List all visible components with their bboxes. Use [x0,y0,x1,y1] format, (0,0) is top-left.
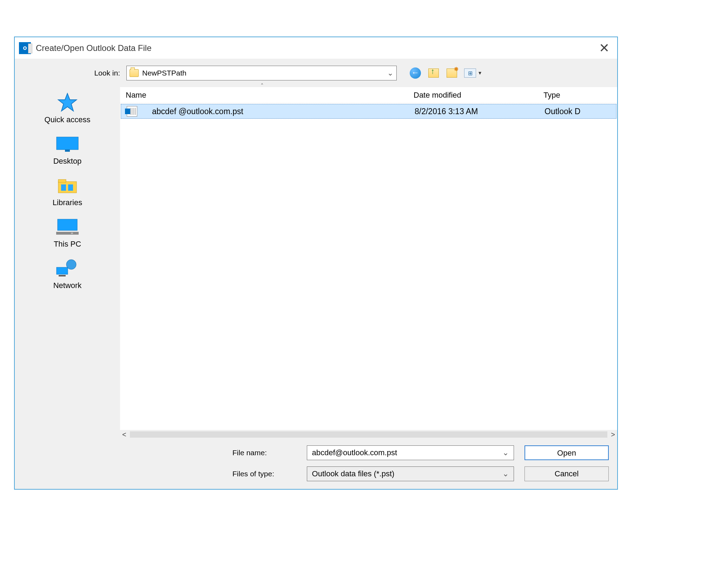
file-date-cell: 8/2/2016 3:13 AM [415,107,545,116]
nav-icons: ← ⊞ [409,67,476,79]
col-name[interactable]: Name [126,91,414,100]
desktop-icon [55,134,80,154]
svg-rect-11 [57,267,68,274]
nav-views-button[interactable]: ⊞ [464,67,476,79]
cancel-button[interactable]: Cancel [525,466,609,481]
col-type[interactable]: Type [543,91,617,100]
files-of-type-label: Files of type: [232,470,296,478]
svg-rect-2 [65,150,70,152]
open-file-dialog: o Create/Open Outlook Data File ✕ Look i… [14,37,618,490]
outlook-app-icon: o [19,42,31,54]
lookin-label: Look in: [78,69,120,77]
file-name-label: File name: [232,449,296,457]
places-label: Libraries [53,198,82,207]
libraries-icon [55,176,80,195]
places-label: Quick access [45,115,91,124]
dialog-body: Quick access Desktop Libraries This PC [15,87,617,489]
svg-rect-12 [59,275,66,276]
svg-rect-5 [61,184,66,191]
places-libraries[interactable]: Libraries [15,176,120,207]
file-row[interactable]: abcdef @outlook.com.pst 8/2/2016 3:13 AM… [121,104,616,119]
file-panel: ˄ Name Date modified Type abcdef @outloo… [120,87,617,489]
places-desktop[interactable]: Desktop [15,134,120,166]
scroll-right-icon[interactable]: > [611,431,615,439]
open-button[interactable]: Open [525,445,609,460]
svg-rect-1 [57,137,78,150]
scroll-track[interactable] [130,431,608,438]
svg-marker-0 [58,93,77,111]
files-of-type-value: Outlook data files (*.pst) [312,469,395,478]
svg-rect-6 [68,184,73,191]
file-name-combo[interactable]: abcdef@outlook.com.pst ⌄ [307,445,514,460]
nav-up-button[interactable] [428,67,440,79]
lookin-value: NewPSTPath [142,69,186,77]
nav-new-folder-button[interactable] [446,67,458,79]
files-of-type-combo[interactable]: Outlook data files (*.pst) ⌄ [307,466,514,481]
places-this-pc[interactable]: This PC [15,217,120,249]
svg-rect-3 [58,182,77,193]
titlebar: o Create/Open Outlook Data File ✕ [15,37,617,59]
svg-rect-4 [58,179,66,182]
places-label: Network [53,281,82,290]
lookin-row: Look in: NewPSTPath ⌄ ← ⊞ [15,59,617,87]
svg-rect-8 [56,232,79,235]
chevron-down-icon: ⌄ [502,448,509,457]
nav-back-button[interactable]: ← [409,67,421,79]
file-list-body[interactable]: abcdef @outlook.com.pst 8/2/2016 3:13 AM… [120,103,617,430]
file-name-cell: abcdef @outlook.com.pst [142,107,243,116]
places-label: Desktop [53,157,82,166]
places-bar: Quick access Desktop Libraries This PC [15,87,120,489]
places-network[interactable]: Network [15,259,120,290]
places-label: This PC [54,240,81,249]
svg-rect-7 [58,219,77,230]
folder-icon [130,69,139,77]
chevron-down-icon: ⌄ [502,469,509,478]
dialog-title: Create/Open Outlook Data File [36,43,591,53]
pst-file-icon [127,106,137,117]
network-icon [55,259,80,278]
lookin-combo[interactable]: NewPSTPath ⌄ [126,66,397,80]
sort-indicator-icon: ˄ [260,82,264,90]
scroll-left-icon[interactable]: < [122,431,126,439]
file-name-value: abcdef@outlook.com.pst [312,448,397,457]
col-date-modified[interactable]: Date modified [414,91,543,100]
svg-rect-9 [71,233,73,234]
quick-access-icon [55,93,80,112]
bottom-controls: File name: abcdef@outlook.com.pst ⌄ Open… [120,439,617,489]
file-list-header: ˄ Name Date modified Type [120,87,617,103]
close-icon[interactable]: ✕ [595,42,613,54]
places-quick-access[interactable]: Quick access [15,93,120,124]
file-type-cell: Outlook D [545,107,616,116]
this-pc-icon [55,217,80,237]
chevron-down-icon: ⌄ [387,69,394,77]
horizontal-scrollbar[interactable]: < > [120,430,617,439]
